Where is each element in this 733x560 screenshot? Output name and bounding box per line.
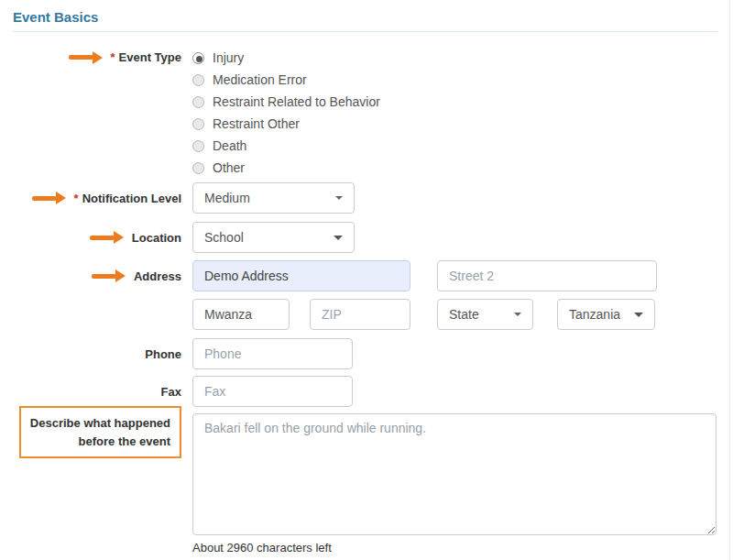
phone-input[interactable]: [192, 338, 353, 369]
dropdown-caret-icon: [634, 313, 643, 317]
country-select[interactable]: Tanzania: [557, 299, 655, 330]
location-label: Location: [132, 231, 181, 245]
radio-unselected-icon[interactable]: [192, 140, 204, 152]
pointer-arrow-icon: [69, 51, 103, 64]
radio-unselected-icon[interactable]: [192, 96, 204, 108]
event-type-radio-group: Injury Medication Error Restraint Relate…: [192, 47, 380, 179]
zip-input[interactable]: [310, 299, 410, 330]
radio-option-other[interactable]: Other: [192, 157, 380, 179]
radio-unselected-icon[interactable]: [192, 74, 204, 86]
notification-level-label-cell: * Notification Level: [0, 192, 192, 205]
dropdown-caret-icon: [514, 313, 521, 316]
event-type-row: * Event Type Injury Medication Error Res…: [0, 47, 733, 179]
event-type-label: Event Type: [119, 50, 181, 64]
notification-level-select[interactable]: Medium: [192, 182, 355, 214]
fax-input[interactable]: [192, 376, 353, 407]
page-title: Event Basics: [13, 9, 733, 25]
describe-label-line1: Describe what happened: [30, 414, 170, 433]
state-select[interactable]: State: [437, 299, 533, 330]
describe-label-cell: Describe what happened before the event: [0, 413, 192, 458]
location-select[interactable]: School: [192, 222, 355, 253]
address-row-1: Address: [0, 260, 733, 291]
fax-label-cell: Fax: [0, 385, 192, 399]
pointer-arrow-icon: [92, 269, 126, 282]
describe-textarea[interactable]: Bakari fell on the ground while running.: [192, 413, 717, 535]
required-asterisk: *: [74, 192, 79, 205]
street1-input[interactable]: [192, 260, 410, 291]
address-label-cell: Address: [0, 269, 192, 283]
fax-row: Fax: [0, 376, 733, 407]
radio-option-restraint-related-to-behavior[interactable]: Restraint Related to Behavior: [192, 91, 380, 113]
address-row-2: State Tanzania: [0, 299, 733, 330]
radio-selected-icon[interactable]: [192, 52, 204, 64]
radio-option-injury[interactable]: Injury: [192, 47, 380, 69]
pointer-arrow-icon: [32, 192, 66, 204]
required-asterisk: *: [111, 50, 115, 64]
address-label: Address: [134, 269, 181, 283]
event-type-label-cell: * Event Type: [0, 47, 192, 68]
radio-option-medication-error[interactable]: Medication Error: [192, 69, 380, 91]
dropdown-caret-icon: [334, 236, 343, 240]
describe-label-line2: before the event: [30, 433, 170, 451]
radio-option-death[interactable]: Death: [192, 135, 380, 157]
event-basics-form: * Event Type Injury Medication Error Res…: [0, 47, 733, 555]
phone-label-cell: Phone: [0, 347, 192, 361]
location-label-cell: Location: [0, 231, 192, 245]
radio-unselected-icon[interactable]: [192, 118, 204, 130]
street2-input[interactable]: [437, 260, 657, 291]
section-divider: [13, 31, 717, 32]
notification-level-row: * Notification Level Medium: [0, 182, 733, 214]
city-input[interactable]: [192, 299, 290, 330]
fax-label: Fax: [161, 385, 181, 399]
radio-option-restraint-other[interactable]: Restraint Other: [192, 113, 380, 135]
describe-label-box: Describe what happened before the event: [19, 406, 181, 458]
chars-left-text: About 2960 characters left: [192, 541, 717, 555]
right-border-line: [729, 0, 730, 560]
pointer-arrow-icon: [90, 231, 124, 244]
phone-row: Phone: [0, 338, 733, 369]
phone-label: Phone: [145, 347, 181, 361]
location-row: Location School: [0, 222, 733, 253]
dropdown-caret-icon: [335, 196, 343, 200]
describe-row: Describe what happened before the event …: [0, 413, 733, 555]
notification-level-label: Notification Level: [82, 192, 181, 205]
radio-unselected-icon[interactable]: [192, 162, 204, 174]
